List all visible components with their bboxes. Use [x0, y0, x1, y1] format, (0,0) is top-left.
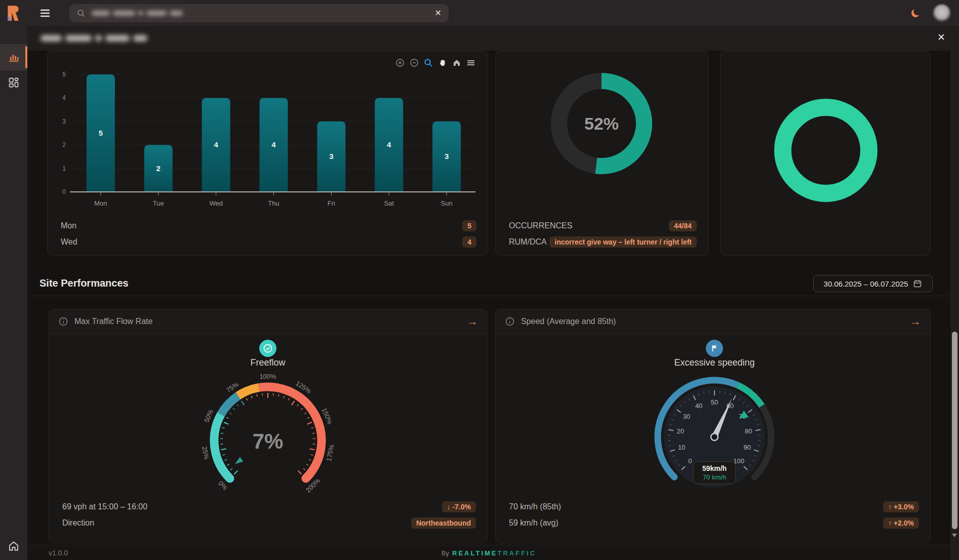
summary-row: RUM/DCA incorrect give way – left turner… — [509, 234, 697, 250]
trend-badge: ↑ +2.0% — [883, 517, 919, 529]
row-value-badge: 4 — [462, 236, 476, 248]
footer: v1.0.0 ByREALTIMETRAFFIC — [27, 545, 950, 560]
chart-toolbar — [395, 58, 475, 67]
sidebar — [0, 0, 27, 560]
svg-text:50%: 50% — [203, 408, 215, 423]
card-title: Max Traffic Flow Rate — [74, 317, 152, 326]
max-traffic-flow-card: Max Traffic Flow Rate → Freeflow 0%25%50… — [49, 309, 488, 543]
occurrence-donut-chart: 52% — [536, 58, 667, 189]
chart-menu-icon[interactable] — [466, 58, 475, 67]
status-ring-chart — [765, 90, 887, 211]
svg-text:80: 80 — [745, 427, 752, 435]
scrollbar-down-arrow-icon[interactable] — [952, 534, 957, 537]
sidebar-item-home[interactable] — [0, 533, 27, 559]
row-label: OCCURRENCES — [509, 221, 572, 230]
svg-text:Sat: Sat — [384, 199, 394, 207]
open-detail-arrow-icon[interactable]: → — [910, 316, 921, 327]
sidebar-item-dashboard[interactable] — [0, 69, 27, 96]
svg-text:4: 4 — [271, 140, 276, 149]
svg-text:25%: 25% — [201, 446, 211, 460]
card-title: Speed (Average and 85th) — [521, 317, 616, 326]
summary-row: Wed 4 — [61, 234, 476, 250]
row-value-badge: 5 — [462, 220, 476, 231]
divider — [27, 296, 950, 296]
svg-text:5: 5 — [62, 71, 66, 78]
dark-mode-toggle-icon[interactable] — [910, 7, 922, 19]
date-range-value: 30.06.2025 – 06.07.2025 — [824, 279, 908, 288]
speed-card: Speed (Average and 85th) → Excessive spe… — [495, 309, 931, 543]
close-page-icon[interactable]: ✕ — [937, 32, 945, 42]
search-input[interactable]: ✕ — [69, 4, 449, 22]
svg-text:90: 90 — [743, 444, 750, 451]
pan-hand-icon[interactable] — [438, 58, 447, 67]
row-label: 69 vph at 15:00 – 16:00 — [62, 502, 147, 511]
row-label: Wed — [61, 237, 77, 247]
svg-text:3: 3 — [329, 152, 333, 161]
svg-text:Mon: Mon — [94, 199, 107, 207]
row-label: 59 km/h (avg) — [509, 518, 558, 528]
app-logo[interactable] — [6, 5, 21, 22]
svg-text:1: 1 — [62, 165, 66, 172]
svg-text:Fri: Fri — [328, 199, 335, 207]
svg-text:40: 40 — [695, 402, 702, 410]
row-value-badge: incorrect give way – left turner / right… — [549, 236, 697, 248]
svg-text:0: 0 — [688, 457, 692, 465]
svg-text:4: 4 — [62, 94, 66, 101]
svg-text:4: 4 — [387, 140, 391, 149]
trend-badge: ↓ -7.0% — [442, 501, 476, 512]
svg-text:2: 2 — [62, 141, 66, 148]
trend-badge: ↑ +3.0% — [883, 501, 919, 512]
bar-chart-icon — [8, 51, 20, 63]
row-value-badge: 44/84 — [669, 220, 697, 231]
menu-toggle-icon[interactable] — [39, 8, 51, 19]
avg-speed-value: 59km/h — [696, 464, 733, 472]
svg-text:3: 3 — [445, 152, 449, 161]
scrollbar-thumb[interactable] — [952, 332, 957, 529]
zoom-in-icon[interactable] — [395, 58, 405, 67]
page-title-bar: ✕ — [27, 26, 950, 51]
sidebar-item-analytics[interactable] — [0, 44, 27, 70]
svg-text:100%: 100% — [259, 373, 276, 380]
svg-text:7%: 7% — [253, 429, 284, 453]
date-range-picker[interactable]: 30.06.2025 – 06.07.2025 — [813, 275, 933, 292]
user-avatar[interactable] — [933, 4, 951, 22]
zoom-out-icon[interactable] — [410, 58, 419, 67]
summary-row: 70 km/h (85th) ↑ +3.0% — [509, 499, 919, 514]
zoom-select-icon[interactable] — [424, 58, 433, 67]
row-label: Mon — [61, 221, 76, 230]
vertical-scrollbar — [950, 26, 959, 560]
topbar: ✕ — [27, 0, 959, 27]
svg-text:Sun: Sun — [441, 199, 453, 207]
summary-row: 59 km/h (avg) ↑ +2.0% — [509, 515, 919, 531]
svg-text:Thu: Thu — [268, 199, 279, 207]
svg-text:4: 4 — [214, 140, 218, 149]
row-label: RUM/DCA — [509, 237, 547, 247]
svg-text:175%: 175% — [325, 444, 335, 462]
summary-row: Mon 5 — [61, 218, 476, 233]
footer-brand: ByREALTIMETRAFFIC — [27, 549, 950, 557]
widgets-grid-icon — [8, 76, 20, 89]
open-detail-arrow-icon[interactable]: → — [467, 316, 478, 327]
app-window: ✕ ✕ — [0, 0, 959, 560]
info-icon[interactable] — [58, 316, 68, 327]
brand-traffic: TRAFFIC — [498, 549, 537, 557]
direction-badge: Northeastbound — [411, 517, 476, 529]
main-content: ✕ — [27, 26, 950, 560]
weekly-volume-bar-chart: 0123455Mon2Tue4Wed4Thu3Fri4Sat3Sun — [48, 54, 488, 212]
search-icon — [76, 9, 86, 18]
reset-view-home-icon[interactable] — [452, 58, 461, 67]
speed-gauge: 0102030405060708090100 — [613, 343, 816, 515]
svg-text:2: 2 — [156, 164, 161, 173]
summary-row: 69 vph at 15:00 – 16:00 ↓ -7.0% — [62, 499, 476, 514]
summary-row: Direction Northeastbound — [62, 515, 476, 531]
info-icon[interactable] — [505, 316, 515, 327]
svg-text:10: 10 — [678, 444, 685, 451]
svg-text:20: 20 — [677, 427, 684, 435]
svg-text:3: 3 — [62, 118, 66, 125]
footer-by: By — [442, 549, 449, 557]
card-header: Max Traffic Flow Rate → — [49, 309, 487, 334]
svg-text:50: 50 — [711, 398, 718, 406]
row-label: 70 km/h (85th) — [509, 502, 561, 511]
section-title: Site Performances — [39, 277, 129, 289]
search-clear-icon[interactable]: ✕ — [435, 9, 442, 17]
